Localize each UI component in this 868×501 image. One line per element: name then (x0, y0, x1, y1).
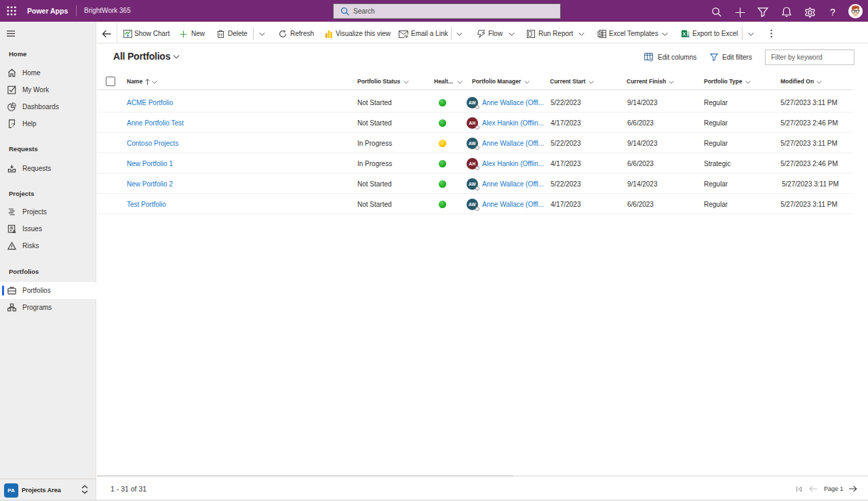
svg-text:?: ? (11, 122, 14, 129)
